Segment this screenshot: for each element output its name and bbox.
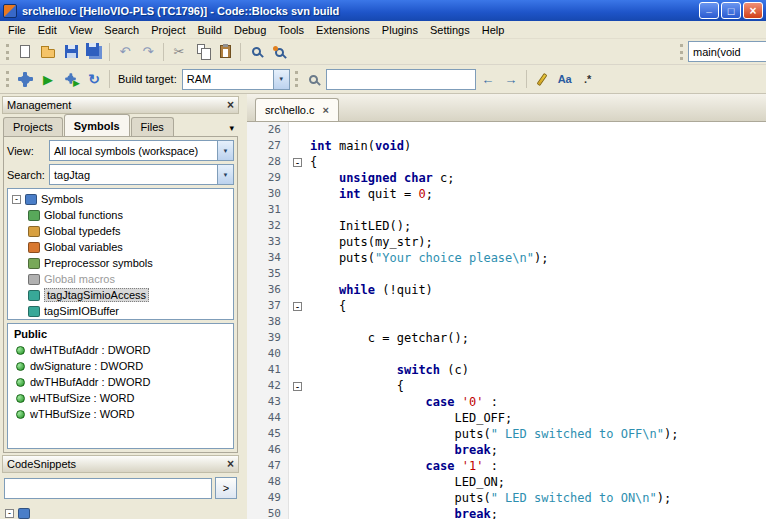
menu-extensions[interactable]: Extensions (310, 23, 376, 37)
editor-tab-hello-c[interactable]: src\hello.c (255, 98, 339, 121)
replace-button[interactable] (268, 41, 290, 63)
highlight-button[interactable] (531, 68, 553, 90)
build-button[interactable] (14, 68, 36, 90)
symbol-search-combo[interactable]: tagJtag (49, 164, 234, 185)
search-prev-button[interactable] (477, 68, 499, 90)
tree-item-preprocessor-symbols[interactable]: Preprocessor symbols (10, 255, 231, 271)
menu-view[interactable]: View (63, 23, 99, 37)
menu-file[interactable]: File (2, 23, 32, 37)
code-line-50[interactable]: 50 break; (247, 506, 766, 519)
member-item-dwthbufaddr[interactable]: dwTHBufAddr : DWORD (10, 374, 231, 390)
code-line-31[interactable]: 31 (247, 202, 766, 218)
code-line-27[interactable]: 27int main(void) (247, 138, 766, 154)
codesnippets-close-icon[interactable] (227, 457, 234, 471)
regex-button[interactable]: .* (577, 68, 599, 90)
save-all-button[interactable] (83, 41, 105, 63)
expand-icon[interactable] (5, 509, 14, 518)
member-item-whtbufsize[interactable]: wHTBufSize : WORD (10, 390, 231, 406)
run-button[interactable] (37, 68, 59, 90)
save-button[interactable] (60, 41, 82, 63)
search-next-button[interactable] (500, 68, 522, 90)
paste-button[interactable] (214, 41, 236, 63)
menu-project[interactable]: Project (145, 23, 191, 37)
code-line-43[interactable]: 43 case '0' : (247, 394, 766, 410)
build-and-run-button[interactable] (60, 68, 82, 90)
undo-button[interactable] (114, 41, 136, 63)
code-line-33[interactable]: 33 puts(my_str); (247, 234, 766, 250)
tree-root-symbols[interactable]: Symbols (10, 191, 231, 207)
fold-minus-icon[interactable] (293, 158, 302, 167)
menu-edit[interactable]: Edit (32, 23, 63, 37)
new-file-button[interactable] (14, 41, 36, 63)
code-line-30[interactable]: 30 int quit = 0; (247, 186, 766, 202)
management-tab-symbols[interactable]: Symbols (64, 114, 130, 136)
management-pane-header[interactable]: Management (2, 96, 239, 114)
code-line-41[interactable]: 41 switch (c) (247, 362, 766, 378)
incremental-search-input[interactable] (326, 69, 476, 90)
code-line-38[interactable]: 38 (247, 314, 766, 330)
management-tab-projects[interactable]: Projects (3, 117, 63, 136)
menu-help[interactable]: Help (476, 23, 511, 37)
rebuild-button[interactable] (83, 68, 105, 90)
tab-close-icon[interactable] (323, 104, 329, 116)
close-button[interactable] (743, 2, 763, 19)
code-line-28[interactable]: 28{ (247, 154, 766, 170)
code-editor[interactable]: 2627int main(void)28{29 unsigned char c;… (247, 122, 766, 519)
copy-button[interactable] (191, 41, 213, 63)
open-file-button[interactable] (37, 41, 59, 63)
chevron-down-icon[interactable] (217, 141, 233, 160)
toolbar-grip[interactable] (6, 71, 9, 87)
menu-build[interactable]: Build (191, 23, 227, 37)
tree-item-global-typedefs[interactable]: Global typedefs (10, 223, 231, 239)
code-line-37[interactable]: 37 { (247, 298, 766, 314)
code-line-49[interactable]: 49 puts(" LED switched to ON\n"); (247, 490, 766, 506)
tree-item-global-macros[interactable]: Global macros (10, 271, 231, 287)
tree-item-global-functions[interactable]: Global functions (10, 207, 231, 223)
menu-plugins[interactable]: Plugins (376, 23, 424, 37)
code-line-47[interactable]: 47 case '1' : (247, 458, 766, 474)
chevron-down-icon[interactable] (217, 165, 233, 184)
member-item-wthbufsize[interactable]: wTHBufSize : WORD (10, 406, 231, 422)
management-close-icon[interactable] (227, 98, 234, 112)
find-button[interactable] (245, 41, 267, 63)
codesnippets-search-input[interactable] (4, 478, 212, 499)
minimize-button[interactable] (699, 2, 719, 19)
code-line-46[interactable]: 46 break; (247, 442, 766, 458)
tree-item-tagjtagsimioaccess[interactable]: tagJtagSimioAccess (10, 287, 231, 303)
collapse-icon[interactable] (12, 195, 21, 204)
cut-button[interactable] (168, 41, 190, 63)
code-line-45[interactable]: 45 puts(" LED switched to OFF\n"); (247, 426, 766, 442)
match-case-button[interactable]: Aa (554, 68, 576, 90)
code-line-36[interactable]: 36 while (!quit) (247, 282, 766, 298)
code-line-40[interactable]: 40 (247, 346, 766, 362)
code-line-32[interactable]: 32 InitLED(); (247, 218, 766, 234)
menu-tools[interactable]: Tools (272, 23, 310, 37)
menu-debug[interactable]: Debug (228, 23, 272, 37)
member-item-dwsignature[interactable]: dwSignature : DWORD (10, 358, 231, 374)
toolbar-grip[interactable] (680, 44, 683, 60)
maximize-button[interactable] (721, 2, 741, 19)
management-tab-files[interactable]: Files (131, 117, 174, 136)
code-line-35[interactable]: 35 (247, 266, 766, 282)
code-line-26[interactable]: 26 (247, 122, 766, 138)
codesnippets-search-button[interactable]: > (215, 477, 237, 499)
incremental-search-button[interactable] (303, 68, 325, 90)
codesnippets-pane-header[interactable]: CodeSnippets (2, 455, 239, 473)
build-target-combo[interactable]: RAM (182, 69, 290, 90)
menu-search[interactable]: Search (98, 23, 145, 37)
code-line-29[interactable]: 29 unsigned char c; (247, 170, 766, 186)
member-item-dwhtbufaddr[interactable]: dwHTBufAddr : DWORD (10, 342, 231, 358)
tree-item-global-variables[interactable]: Global variables (10, 239, 231, 255)
symbol-browser-combo[interactable]: main(void (688, 41, 766, 62)
redo-button[interactable] (137, 41, 159, 63)
toolbar-grip[interactable] (295, 71, 298, 87)
code-line-44[interactable]: 44 LED_OFF; (247, 410, 766, 426)
tree-item-tagsimiobuffer[interactable]: tagSimIOBuffer (10, 303, 231, 319)
fold-minus-icon[interactable] (293, 302, 302, 311)
fold-minus-icon[interactable] (293, 382, 302, 391)
menu-settings[interactable]: Settings (424, 23, 476, 37)
code-line-42[interactable]: 42 { (247, 378, 766, 394)
view-combo[interactable]: All local symbols (workspace) (49, 140, 234, 161)
chevron-down-icon[interactable] (273, 70, 289, 89)
code-line-34[interactable]: 34 puts("Your choice please\n"); (247, 250, 766, 266)
